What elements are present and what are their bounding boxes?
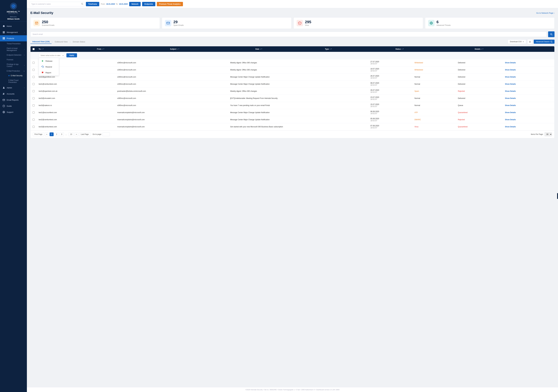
- table-row: test2@centiumtest.com msemailcomplaints@…: [31, 116, 554, 123]
- cell-details-4[interactable]: Show Details: [503, 88, 554, 95]
- sidebar-logo: HEIMDAL™ SECURITY Welcome, William Smith: [0, 0, 27, 22]
- sidebar-item-email-fraud[interactable]: E-Mail Fraud Prevention: [0, 78, 27, 85]
- sidebar-item-forensic[interactable]: Forensic: [0, 57, 27, 62]
- cell-details-2[interactable]: Show Details: [503, 73, 554, 81]
- download-csv-btn[interactable]: Download CSV: [508, 40, 526, 44]
- network-btn[interactable]: Network: [129, 2, 141, 6]
- dropdown-report[interactable]: Report: [39, 70, 59, 76]
- footer-text: ©2020 Heimdal Security • Vat no. 3580249…: [245, 389, 340, 391]
- table-row: test3@virusalert.com o365mc@microsoft.co…: [31, 95, 554, 102]
- sort-subject[interactable]: ▲▼: [177, 49, 180, 50]
- timeframe-btn[interactable]: Timeframe: [86, 2, 99, 6]
- dropdown-resend[interactable]: Resend: [39, 64, 59, 70]
- premium-btn[interactable]: Premium Threat Analytics: [157, 2, 183, 6]
- row-checkbox-3[interactable]: [33, 83, 35, 85]
- sidebar-item-email-security[interactable]: E-Mail Security: [0, 73, 27, 78]
- cell-details-7[interactable]: Show Details: [503, 109, 554, 116]
- row-checkbox-7[interactable]: [33, 111, 35, 113]
- cell-from-6: o365mc@microsoft.com: [115, 102, 228, 109]
- sidebar-item-privilege[interactable]: Privilege & App Control ›: [0, 62, 27, 69]
- cell-status-9: Quarantined: [456, 123, 503, 130]
- advanced-search-btn[interactable]: Advanced Search: [534, 40, 555, 44]
- prev-page-btn[interactable]: ‹‹: [45, 132, 49, 136]
- first-page-btn[interactable]: First Page: [33, 132, 44, 136]
- svg-point-36: [551, 41, 552, 42]
- sidebar-item-home[interactable]: Home: [0, 23, 27, 29]
- apply-btn[interactable]: Apply: [66, 53, 77, 57]
- last-page-btn[interactable]: Last Page: [79, 132, 90, 136]
- cell-details-0[interactable]: Show Details: [503, 59, 554, 66]
- row-checkbox-6[interactable]: [33, 104, 35, 106]
- scanned-label: Scanned Emails: [42, 24, 54, 26]
- stat-card-virus: 295 Virus: [294, 17, 423, 29]
- cell-details-9[interactable]: Show Details: [503, 123, 554, 130]
- cell-details-5[interactable]: Show Details: [503, 95, 554, 102]
- cell-details-6[interactable]: Show Details: [503, 102, 554, 109]
- sidebar-item-email-fraud-label: E-Mail Fraud Prevention: [9, 79, 25, 83]
- sort-details[interactable]: ▲▼: [481, 49, 484, 50]
- cell-subject-8: Message Center Major Change Update Notif…: [228, 116, 368, 123]
- release-icon: [41, 60, 44, 62]
- row-checkbox-0[interactable]: [33, 62, 35, 64]
- action-select[interactable]: Select what action to take Release Resen…: [39, 53, 65, 58]
- cell-details-8[interactable]: Show Details: [503, 116, 554, 123]
- customer-search-input[interactable]: [29, 2, 84, 6]
- go-network-link[interactable]: Go to Network Page ›: [536, 12, 555, 14]
- email-reports-icon: [2, 98, 5, 101]
- email-search-input[interactable]: [30, 32, 547, 37]
- sidebar-item-email-protection[interactable]: E-Mail Protection ∨: [0, 69, 27, 73]
- svg-line-35: [552, 35, 552, 35]
- virus-label: Virus: [305, 24, 311, 26]
- sidebar-item-management-label: Management: [7, 31, 24, 33]
- page-2-btn[interactable]: 2: [54, 132, 59, 136]
- table-row: test1@spamtest.com.uk postmaster@bcbsla.…: [31, 88, 554, 95]
- tab-domain[interactable]: Domain Status: [71, 40, 87, 44]
- customer-search-btn[interactable]: [81, 3, 83, 5]
- row-checkbox-5[interactable]: [33, 97, 35, 99]
- svg-rect-5: [3, 38, 4, 39]
- page-1-btn[interactable]: 1: [50, 132, 54, 136]
- cell-details-3[interactable]: Show Details: [503, 81, 554, 88]
- svg-rect-1: [3, 32, 5, 33]
- row-checkbox-9[interactable]: [33, 126, 35, 128]
- email-search-btn[interactable]: [548, 31, 555, 37]
- goto-input[interactable]: [103, 132, 110, 136]
- svg-rect-3: [3, 37, 4, 38]
- sort-date[interactable]: ▲▼: [260, 49, 262, 50]
- scanned-stat-info: 250 Scanned Emails: [42, 20, 54, 26]
- tab-inbound[interactable]: Inbound View (124): [30, 40, 52, 44]
- sidebar-item-products[interactable]: Products: [0, 35, 27, 41]
- sidebar-item-accounts[interactable]: Accounts: [0, 91, 27, 97]
- select-all-checkbox[interactable]: [33, 48, 35, 50]
- sidebar-item-email-reports[interactable]: Email Reports: [0, 97, 27, 103]
- items-per-page-select[interactable]: 10 25 50: [544, 132, 552, 136]
- sidebar-item-email-reports-label: Email Reports: [7, 99, 25, 101]
- row-checkbox-4[interactable]: [33, 90, 35, 92]
- next-page-btn[interactable]: ››: [75, 132, 78, 136]
- support-icon: [2, 111, 5, 113]
- sort-to[interactable]: ▲▼: [41, 49, 44, 50]
- sort-status[interactable]: ▲▼: [401, 49, 404, 50]
- sidebar-item-guide[interactable]: ? Guide: [0, 103, 27, 109]
- sidebar-item-management[interactable]: Management ›: [0, 29, 27, 35]
- tab-outbound[interactable]: Outbound View: [53, 40, 70, 44]
- row-checkbox-8[interactable]: [33, 119, 35, 121]
- page-13-btn[interactable]: 13: [69, 132, 74, 136]
- sort-type[interactable]: ▲▼: [329, 49, 332, 50]
- row-checkbox-2[interactable]: [33, 76, 35, 78]
- sidebar-item-patch[interactable]: Patch & Asset Management ›: [0, 46, 27, 53]
- sidebar-item-threat[interactable]: Threat Prevention: [0, 41, 27, 46]
- endpoints-btn[interactable]: Endpoints: [142, 2, 155, 6]
- dropdown-release[interactable]: Release: [39, 58, 59, 64]
- sidebar-item-admin[interactable]: Admin ›: [0, 85, 27, 91]
- email-rows-table: o365mc@microsoft.com Weekly digest: Offi…: [31, 59, 554, 130]
- row-checkbox-1[interactable]: [33, 69, 35, 71]
- cell-details-1[interactable]: Show Details: [503, 66, 554, 73]
- sort-from[interactable]: ▲▼: [102, 49, 105, 50]
- sidebar-item-support[interactable]: Support: [0, 109, 27, 115]
- page-3-btn[interactable]: 3: [60, 132, 64, 136]
- sidebar-item-endpoint[interactable]: Endpoint Detection ›: [0, 53, 27, 57]
- svg-line-20: [83, 4, 83, 5]
- download-icon-btn[interactable]: [527, 39, 532, 44]
- cell-subject-2: Message Center Major Change Update Notif…: [228, 73, 368, 81]
